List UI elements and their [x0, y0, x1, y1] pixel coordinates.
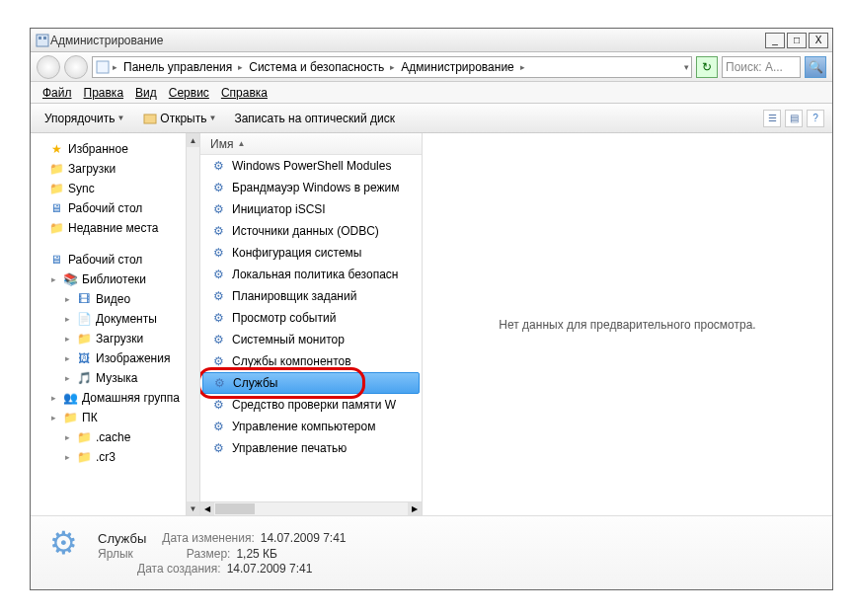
refresh-button[interactable]: ↻	[696, 56, 718, 78]
list-item[interactable]: ⚙Источники данных (ODBC)	[200, 220, 422, 242]
toolbar: Упорядочить ▼ Открыть ▼ Записать на опти…	[31, 104, 832, 133]
homegroup-icon: 👥	[62, 390, 78, 406]
list-item[interactable]: ⚙Инициатор iSCSI	[200, 198, 422, 220]
list-item[interactable]: ⚙Управление компьютером	[200, 416, 422, 437]
shortcut-icon: ⚙	[210, 158, 226, 174]
scroll-left-icon[interactable]: ◀	[200, 502, 214, 515]
list-item[interactable]: ⚙Службы компонентов	[200, 350, 422, 372]
address-bar[interactable]: ▸ Панель управления ▸ Система и безопасн…	[92, 56, 692, 78]
tree-desktop[interactable]: 🖥Рабочий стол	[31, 250, 186, 270]
menubar: Файл Правка Вид Сервис Справка	[31, 82, 832, 104]
expand-icon[interactable]: ▸	[48, 274, 58, 284]
chevron-right-icon: ▸	[520, 62, 525, 72]
list-item[interactable]: ⚙Брандмауэр Windows в режим	[200, 177, 422, 198]
scroll-up-icon[interactable]: ▲	[187, 133, 199, 147]
shortcut-icon: ⚙	[210, 288, 226, 304]
tree-desktop-fav[interactable]: 🖥Рабочий стол	[31, 198, 186, 218]
list-item[interactable]: ⚙Локальная политика безопасн	[200, 264, 422, 285]
folder-icon: 📁	[48, 181, 64, 196]
scroll-right-icon[interactable]: ▶	[408, 502, 422, 515]
sort-asc-icon: ▲	[237, 139, 245, 148]
search-button[interactable]: 🔍	[805, 56, 826, 78]
list-item[interactable]: ⚙Планировщик заданий	[200, 285, 422, 307]
open-button[interactable]: Открыть ▼	[136, 108, 222, 129]
menu-help[interactable]: Справка	[215, 84, 273, 102]
preview-pane: Нет данных для предварительного просмотр…	[423, 133, 832, 515]
organize-button[interactable]: Упорядочить ▼	[39, 109, 130, 128]
navigation-pane: ★Избранное 📁Загрузки 📁Sync 🖥Рабочий стол…	[31, 133, 200, 515]
view-large-icon[interactable]: ☰	[763, 110, 781, 127]
tree-sync[interactable]: 📁Sync	[31, 179, 186, 198]
chevron-down-icon[interactable]: ▾	[684, 62, 689, 72]
scroll-down-icon[interactable]: ▼	[187, 501, 199, 515]
tree-downloads[interactable]: 📁Загрузки	[31, 159, 186, 179]
details-type: Ярлык	[98, 547, 133, 561]
shortcut-icon: ⚙	[211, 375, 227, 391]
recent-icon: 📁	[48, 220, 64, 236]
minimize-button[interactable]: _	[765, 33, 785, 48]
back-button[interactable]	[37, 55, 60, 79]
chevron-right-icon: ▸	[238, 62, 243, 72]
tree-music[interactable]: ▸🎵Музыка	[31, 368, 186, 388]
documents-icon: 📄	[76, 311, 92, 327]
svg-rect-3	[97, 61, 109, 73]
list-item[interactable]: ⚙Конфигурация системы	[200, 242, 422, 264]
close-button[interactable]: X	[809, 33, 828, 48]
tree-video[interactable]: ▸🎞Видео	[31, 289, 186, 309]
svg-rect-0	[37, 35, 48, 46]
location-icon	[95, 59, 111, 75]
window-title: Администрирование	[50, 34, 763, 47]
gear-icon: ⚙	[42, 522, 84, 564]
libraries-icon: 📚	[62, 271, 78, 287]
folder-icon: 📁	[76, 429, 92, 445]
menu-view[interactable]: Вид	[129, 84, 163, 102]
shortcut-icon: ⚙	[210, 310, 226, 326]
view-preview-icon[interactable]: ▤	[785, 110, 803, 127]
tree-cr3[interactable]: ▸📁.cr3	[31, 447, 186, 467]
tree-homegroup[interactable]: ▸👥Домашняя группа	[31, 388, 186, 408]
shortcut-icon: ⚙	[210, 419, 226, 434]
burn-button[interactable]: Записать на оптический диск	[228, 109, 401, 128]
tree-documents[interactable]: ▸📄Документы	[31, 309, 186, 329]
menu-file[interactable]: Файл	[37, 84, 78, 102]
list-item[interactable]: ⚙Средство проверки памяти W	[200, 394, 422, 416]
open-icon	[142, 111, 158, 126]
column-header-name[interactable]: Имя ▲	[200, 133, 422, 155]
tree-recent[interactable]: 📁Недавние места	[31, 218, 186, 238]
pc-icon: 📁	[62, 410, 78, 425]
menu-service[interactable]: Сервис	[163, 84, 215, 102]
navbar: ▸ Панель управления ▸ Система и безопасн…	[31, 52, 832, 82]
list-item-selected[interactable]: ⚙Службы	[202, 372, 420, 394]
preview-message: Нет данных для предварительного просмотр…	[499, 318, 755, 332]
search-input[interactable]: Поиск: А...	[722, 56, 801, 78]
chevron-down-icon: ▼	[208, 114, 216, 122]
menu-edit[interactable]: Правка	[78, 84, 130, 102]
list-item[interactable]: ⚙Windows PowerShell Modules	[200, 155, 422, 177]
tree-scrollbar[interactable]: ▲ ▼	[186, 133, 199, 515]
forward-button[interactable]	[64, 55, 88, 79]
tree-downloads2[interactable]: ▸📁Загрузки	[31, 329, 186, 348]
help-icon[interactable]: ?	[807, 110, 824, 127]
music-icon: 🎵	[76, 370, 92, 386]
breadcrumb[interactable]: Администрирование	[397, 58, 517, 76]
tree-libraries[interactable]: ▸📚Библиотеки	[31, 270, 186, 289]
svg-rect-2	[43, 37, 46, 39]
breadcrumb[interactable]: Панель управления	[119, 58, 236, 76]
horizontal-scrollbar[interactable]: ◀ ▶	[200, 501, 422, 515]
desktop-icon: 🖥	[48, 252, 64, 268]
scrollbar-thumb[interactable]	[215, 503, 255, 514]
search-placeholder: Поиск: А...	[726, 60, 783, 74]
video-icon: 🎞	[76, 291, 92, 307]
shortcut-icon: ⚙	[210, 440, 226, 456]
chevron-right-icon: ▸	[113, 62, 117, 72]
star-icon: ★	[48, 141, 64, 157]
tree-images[interactable]: ▸🖼Изображения	[31, 348, 186, 368]
maximize-button[interactable]: □	[787, 33, 807, 48]
tree-pc[interactable]: ▸📁ПК	[31, 408, 186, 427]
tree-favorites[interactable]: ★Избранное	[31, 139, 186, 159]
list-item[interactable]: ⚙Системный монитор	[200, 329, 422, 350]
list-item[interactable]: ⚙Управление печатью	[200, 437, 422, 459]
list-item[interactable]: ⚙Просмотр событий	[200, 307, 422, 329]
breadcrumb[interactable]: Система и безопасность	[245, 58, 388, 76]
tree-cache[interactable]: ▸📁.cache	[31, 427, 186, 447]
